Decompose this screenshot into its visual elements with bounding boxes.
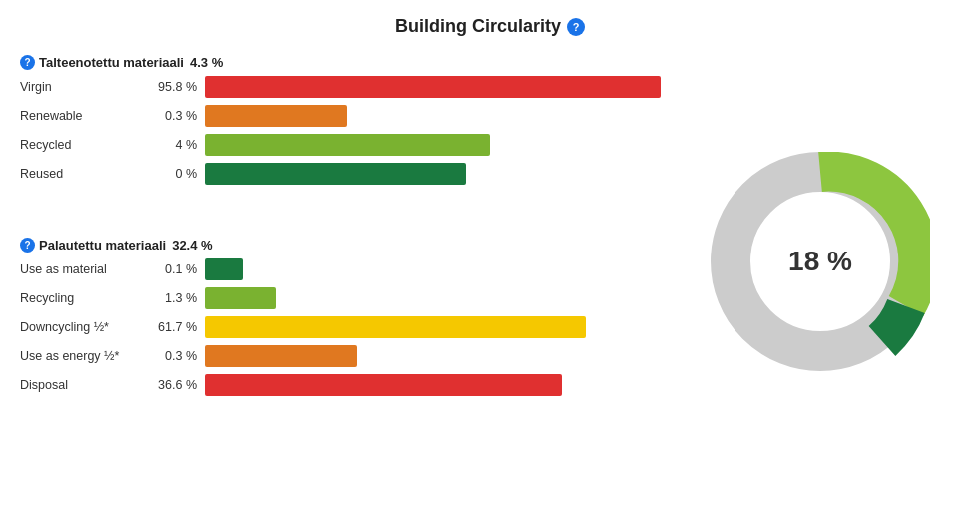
bar-label: Use as material bbox=[20, 262, 150, 276]
left-panel: ? Talteenotettu materiaali 4.3 % Virgin9… bbox=[20, 49, 681, 473]
section2-bars: Use as material0.1 %Recycling1.3 %Downcy… bbox=[20, 256, 681, 401]
bar-pct: 4 % bbox=[150, 138, 205, 152]
bar-fill bbox=[205, 163, 466, 185]
bar-pct: 0 % bbox=[150, 167, 205, 181]
bar-label: Virgin bbox=[20, 80, 150, 94]
bar-track bbox=[205, 105, 681, 127]
page-title: Building Circularity ? bbox=[20, 16, 960, 37]
bar-track bbox=[205, 76, 681, 98]
bar-pct: 95.8 % bbox=[150, 80, 205, 94]
bar-label: Renewable bbox=[20, 109, 150, 123]
main-layout: ? Talteenotettu materiaali 4.3 % Virgin9… bbox=[20, 49, 960, 473]
donut-center-label: 18 % bbox=[788, 246, 852, 277]
bar-fill bbox=[205, 134, 490, 156]
bar-row: Renewable0.3 % bbox=[20, 103, 681, 129]
bar-row: Virgin95.8 % bbox=[20, 74, 681, 100]
bar-label: Recycling bbox=[20, 291, 150, 305]
bar-track bbox=[205, 316, 681, 338]
bar-pct: 0.3 % bbox=[150, 109, 205, 123]
title-help-icon[interactable]: ? bbox=[567, 18, 585, 36]
bar-track bbox=[205, 374, 681, 396]
bar-fill bbox=[205, 287, 276, 309]
bar-row: Downcycling ½*61.7 % bbox=[20, 314, 681, 340]
bar-fill bbox=[205, 76, 661, 98]
bar-pct: 0.1 % bbox=[150, 262, 205, 276]
section2-help-icon[interactable]: ? bbox=[20, 238, 35, 253]
bar-pct: 61.7 % bbox=[150, 320, 205, 334]
bar-row: Use as energy ½*0.3 % bbox=[20, 343, 681, 369]
bar-row: Disposal36.6 % bbox=[20, 372, 681, 398]
page-container: Building Circularity ? ? Talteenotettu m… bbox=[0, 0, 980, 506]
bar-row: Recycled4 % bbox=[20, 132, 681, 158]
bar-label: Downcycling ½* bbox=[20, 320, 150, 334]
bar-row: Recycling1.3 % bbox=[20, 285, 681, 311]
right-panel: 18 % bbox=[681, 49, 960, 473]
bar-label: Use as energy ½* bbox=[20, 349, 150, 363]
donut-chart: 18 % bbox=[711, 152, 930, 371]
bar-pct: 1.3 % bbox=[150, 291, 205, 305]
bar-fill bbox=[205, 105, 347, 127]
bar-track bbox=[205, 258, 681, 280]
bar-row: Use as material0.1 % bbox=[20, 256, 681, 282]
section2-header: ? Palautettu materiaali 32.4 % bbox=[20, 238, 681, 253]
bar-pct: 36.6 % bbox=[150, 378, 205, 392]
section1-help-icon[interactable]: ? bbox=[20, 55, 35, 70]
bar-row: Reused0 % bbox=[20, 161, 681, 187]
bar-track bbox=[205, 134, 681, 156]
bar-pct: 0.3 % bbox=[150, 349, 205, 363]
bar-label: Recycled bbox=[20, 138, 150, 152]
section1-bars: Virgin95.8 %Renewable0.3 %Recycled4 %Reu… bbox=[20, 74, 681, 190]
bar-track bbox=[205, 287, 681, 309]
bar-label: Reused bbox=[20, 167, 150, 181]
bar-fill bbox=[205, 258, 243, 280]
bar-label: Disposal bbox=[20, 378, 150, 392]
bar-fill bbox=[205, 316, 586, 338]
section1-header: ? Talteenotettu materiaali 4.3 % bbox=[20, 55, 681, 70]
bar-track bbox=[205, 345, 681, 367]
bar-fill bbox=[205, 374, 562, 396]
bar-fill bbox=[205, 345, 357, 367]
bar-track bbox=[205, 163, 681, 185]
